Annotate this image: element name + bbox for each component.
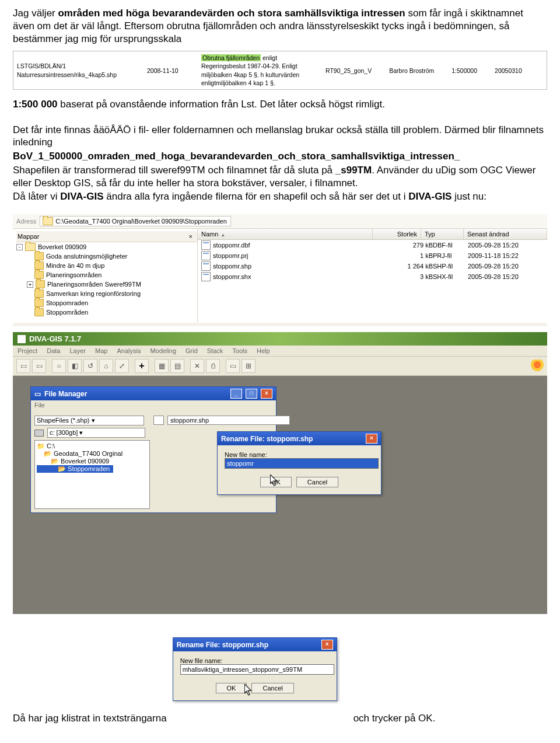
text: Regeringsbeslut 1987-04-29. Enligt miljö… — [201, 62, 299, 86]
minimize-button[interactable]: _ — [230, 389, 242, 399]
toolbar-button[interactable]: ⌂ — [99, 359, 113, 373]
close-button[interactable]: × — [366, 434, 377, 444]
diva-title-text: DIVA-GIS 7.1.7 — [29, 334, 81, 343]
suffix-bold: _s99TM — [335, 165, 372, 176]
meta-crs: RT90_25_gon_V — [326, 67, 372, 75]
toolbar-button[interactable]: ✕ — [190, 359, 204, 373]
menu-item[interactable]: Project — [18, 347, 37, 354]
rename-dialog: Rename File: stoppomr.shp × New file nam… — [217, 431, 382, 495]
nav-icon[interactable] — [153, 416, 164, 425]
rename-dialog-2: Rename File: stoppomr.shp × New file nam… — [173, 637, 337, 701]
tree-header: Mappar — [18, 233, 39, 240]
folder-icon — [34, 289, 44, 298]
rename-label: New file name: — [225, 451, 374, 458]
close-icon[interactable]: × — [189, 233, 192, 240]
tree-item[interactable]: Samverkan kring regionförstoring — [46, 290, 141, 297]
folder-icon — [43, 217, 53, 225]
meta-author: Barbro Broström — [389, 67, 434, 75]
add-button[interactable]: + — [135, 359, 149, 373]
drive-combo[interactable]: c: [300gb] ▾ — [47, 428, 145, 438]
menu-item[interactable]: Analysis — [117, 347, 141, 354]
address-box[interactable]: C:\Geodata_T7400 Orginal\Boverket 090909… — [40, 216, 231, 226]
col-type[interactable]: Typ — [421, 229, 464, 239]
tree-item[interactable]: Stoppomraden — [46, 299, 88, 306]
toolbar-button[interactable]: ○ — [52, 359, 66, 373]
rename-input[interactable] — [180, 664, 334, 675]
cancel-button[interactable]: Cancel — [251, 683, 293, 693]
filter-combo[interactable]: ShapeFiles (*.shp) ▾ — [34, 416, 144, 425]
toolbar-button[interactable]: ▦ — [155, 359, 169, 373]
file-icon — [201, 240, 211, 250]
cursor-icon — [270, 475, 278, 486]
text: enligt — [261, 54, 277, 61]
collapse-icon[interactable]: - — [16, 244, 23, 250]
menu-item[interactable]: Help — [257, 347, 270, 354]
meta-code: LSTGIS/BDLÄN/1 — [17, 62, 142, 70]
menu-item[interactable]: Tools — [232, 347, 247, 354]
closing-text-2: och trycker på OK. — [354, 712, 436, 725]
cancel-button[interactable]: Cancel — [296, 477, 338, 487]
text-bold: DIVA-GIS — [60, 191, 103, 202]
toolbar-button[interactable]: ◧ — [68, 359, 82, 373]
toolbar-button[interactable]: ⊞ — [242, 359, 256, 373]
meta-path: Naturresursintressen/riks_4kap5.shp — [17, 71, 142, 79]
tree-item[interactable]: Planeringsområden — [46, 271, 102, 278]
folder-icon — [34, 271, 44, 279]
tree-item[interactable]: Boverket 090909 — [38, 243, 86, 250]
folder-icon — [34, 252, 44, 260]
file-row[interactable]: stoppomr.shx3 kBSHX-fil2005-09-28 15:20 — [198, 271, 547, 282]
menu-item[interactable]: Map — [95, 347, 107, 354]
file-row[interactable]: stoppomr.shp1 264 kBSHP-fil2005-09-28 15… — [198, 261, 547, 271]
tree-item[interactable]: Stoppområden — [46, 309, 88, 316]
document-icon: ▭ — [34, 390, 41, 398]
fm-menu-file[interactable]: File — [31, 400, 276, 410]
menu-item[interactable]: Data — [47, 347, 60, 354]
metadata-strip: LSTGIS/BDLÄN/1 Naturresursintressen/riks… — [13, 51, 547, 90]
app-icon — [18, 335, 26, 343]
address-label: Adress — [16, 218, 36, 225]
address-path: C:\Geodata_T7400 Orginal\Boverket 090909… — [55, 218, 227, 225]
close-button[interactable]: × — [321, 640, 333, 650]
file-icon — [201, 272, 211, 281]
menu-item[interactable]: Grid — [186, 347, 198, 354]
toolbar-button[interactable]: ▭ — [226, 359, 240, 373]
current-file-field[interactable]: stoppomr.shp — [167, 416, 290, 425]
meta-code2: 20050310 — [495, 67, 522, 75]
text: just nu: — [452, 191, 487, 202]
drive-icon — [34, 430, 44, 437]
toolbar-button[interactable]: ⎙ — [206, 359, 220, 373]
ok-button[interactable]: OK — [216, 683, 247, 693]
diva-paragraph: Då låter vi DIVA-GIS ändra alla fyra ing… — [13, 190, 547, 203]
tree-item[interactable]: Planeringsområden Sweref99TM — [47, 281, 141, 288]
maximize-button[interactable]: □ — [246, 389, 257, 399]
toolbar-button[interactable]: ⤢ — [115, 359, 129, 373]
folder-icon — [36, 280, 45, 288]
menu-item[interactable]: Modeling — [150, 347, 176, 354]
text-bold: områden med höga bevarandevärden och sto… — [58, 8, 405, 19]
file-row[interactable]: stoppomr.prj1 kBPRJ-fil2009-11-18 15:22 — [198, 250, 547, 261]
toolbar-button[interactable]: ▤ — [170, 359, 184, 373]
toolbar-button[interactable]: ▭ — [32, 359, 46, 373]
rename-input[interactable] — [225, 458, 379, 469]
expand-icon[interactable]: + — [27, 281, 33, 288]
col-size[interactable]: Storlek — [373, 229, 421, 239]
file-icon — [201, 251, 211, 260]
col-modified[interactable]: Senast ändrad — [464, 229, 547, 239]
menu-item[interactable]: Layer — [70, 347, 86, 354]
meta-scale: 1:500000 — [452, 67, 477, 75]
folder-icon — [34, 261, 44, 270]
tree-item[interactable]: Mindre än 40 m djup — [46, 262, 104, 269]
close-button[interactable]: × — [261, 389, 272, 399]
file-row[interactable]: stoppomr.dbf279 kBDBF-fil2005-09-28 15:2… — [198, 240, 547, 250]
fm-folder-tree[interactable]: 📁 C:\ 📂 Geodata_T7400 Orginal 📂 Boverket… — [34, 440, 150, 509]
menu-item[interactable]: Stack — [207, 347, 223, 354]
col-name[interactable]: Namn — [201, 231, 218, 238]
file-icon — [201, 261, 211, 271]
intro-paragraph: Jag väljer områden med höga bevarandevär… — [13, 7, 547, 45]
meta-highlight: Obrutna fjällområden — [201, 54, 261, 61]
explorer-window: Adress C:\Geodata_T7400 Orginal\Boverket… — [13, 214, 547, 326]
toolbar-button[interactable]: ▭ — [16, 359, 30, 373]
toolbar-button[interactable]: ↺ — [83, 359, 97, 373]
scale-paragraph: 1:500 000 baserat på ovanstående informa… — [13, 98, 547, 111]
tree-item[interactable]: Goda anslutningsmöjligheter — [46, 253, 127, 260]
